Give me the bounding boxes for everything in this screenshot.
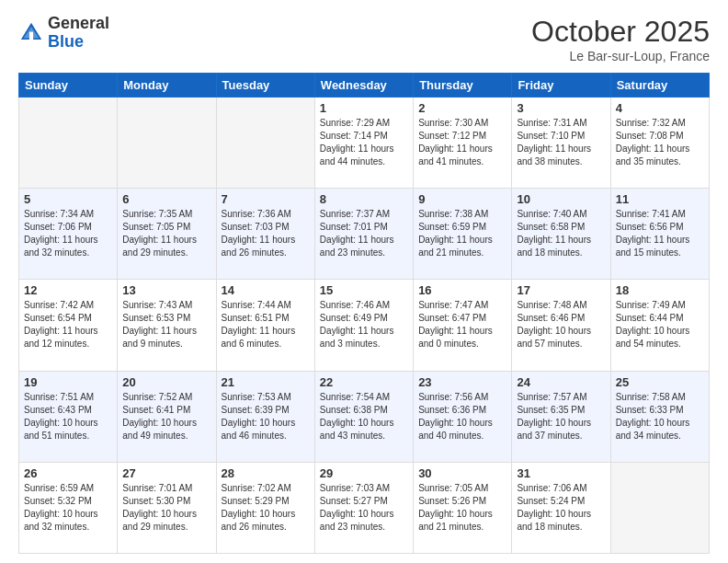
day-number: 1 [320, 101, 408, 115]
day-number: 17 [517, 283, 605, 297]
month-title: October 2025 [531, 15, 710, 49]
calendar-cell: 12Sunrise: 7:42 AM Sunset: 6:54 PM Dayli… [19, 280, 118, 371]
calendar-cell: 15Sunrise: 7:46 AM Sunset: 6:49 PM Dayli… [314, 280, 413, 371]
calendar-cell: 7Sunrise: 7:36 AM Sunset: 7:03 PM Daylig… [216, 189, 314, 280]
day-info: Sunrise: 7:58 AM Sunset: 6:33 PM Dayligh… [616, 391, 704, 442]
location: Le Bar-sur-Loup, France [531, 49, 710, 63]
calendar-cell: 4Sunrise: 7:32 AM Sunset: 7:08 PM Daylig… [610, 98, 709, 189]
day-info: Sunrise: 7:02 AM Sunset: 5:29 PM Dayligh… [222, 482, 310, 534]
calendar-week-5: 26Sunrise: 6:59 AM Sunset: 5:32 PM Dayli… [19, 462, 710, 553]
calendar-cell: 22Sunrise: 7:54 AM Sunset: 6:38 PM Dayli… [314, 371, 413, 462]
day-number: 24 [517, 375, 605, 389]
day-info: Sunrise: 7:52 AM Sunset: 6:41 PM Dayligh… [122, 391, 210, 442]
day-info: Sunrise: 7:40 AM Sunset: 6:58 PM Dayligh… [517, 208, 605, 259]
day-number: 30 [418, 466, 506, 480]
day-info: Sunrise: 7:53 AM Sunset: 6:39 PM Dayligh… [222, 391, 310, 442]
calendar-week-4: 19Sunrise: 7:51 AM Sunset: 6:43 PM Dayli… [19, 371, 710, 462]
calendar-header-row: SundayMondayTuesdayWednesdayThursdayFrid… [19, 74, 710, 98]
day-header-saturday: Saturday [610, 74, 709, 98]
calendar-week-3: 12Sunrise: 7:42 AM Sunset: 6:54 PM Dayli… [19, 280, 710, 371]
calendar-cell: 16Sunrise: 7:47 AM Sunset: 6:47 PM Dayli… [414, 280, 512, 371]
calendar-cell: 2Sunrise: 7:30 AM Sunset: 7:12 PM Daylig… [414, 98, 512, 189]
day-number: 12 [24, 283, 112, 297]
day-info: Sunrise: 7:48 AM Sunset: 6:46 PM Dayligh… [517, 299, 605, 350]
title-section: October 2025 Le Bar-sur-Loup, France [531, 15, 710, 63]
day-header-monday: Monday [118, 74, 216, 98]
header: General Blue October 2025 Le Bar-sur-Lou… [18, 15, 710, 63]
calendar-cell: 29Sunrise: 7:03 AM Sunset: 5:27 PM Dayli… [314, 462, 413, 553]
day-info: Sunrise: 7:44 AM Sunset: 6:51 PM Dayligh… [222, 299, 310, 350]
calendar-cell: 18Sunrise: 7:49 AM Sunset: 6:44 PM Dayli… [610, 280, 709, 371]
day-header-wednesday: Wednesday [314, 74, 413, 98]
calendar-cell: 27Sunrise: 7:01 AM Sunset: 5:30 PM Dayli… [118, 462, 216, 553]
calendar-cell [118, 98, 216, 189]
day-info: Sunrise: 7:29 AM Sunset: 7:14 PM Dayligh… [320, 117, 408, 168]
day-info: Sunrise: 7:05 AM Sunset: 5:26 PM Dayligh… [418, 482, 506, 534]
calendar-cell: 3Sunrise: 7:31 AM Sunset: 7:10 PM Daylig… [512, 98, 610, 189]
calendar-cell [610, 462, 709, 553]
calendar-cell: 20Sunrise: 7:52 AM Sunset: 6:41 PM Dayli… [118, 371, 216, 462]
day-info: Sunrise: 7:47 AM Sunset: 6:47 PM Dayligh… [418, 299, 506, 350]
day-number: 16 [418, 283, 506, 297]
day-number: 20 [122, 375, 210, 389]
day-info: Sunrise: 7:57 AM Sunset: 6:35 PM Dayligh… [517, 391, 605, 442]
day-info: Sunrise: 6:59 AM Sunset: 5:32 PM Dayligh… [24, 482, 112, 534]
calendar-cell: 9Sunrise: 7:38 AM Sunset: 6:59 PM Daylig… [414, 189, 512, 280]
day-number: 26 [24, 466, 112, 480]
calendar-cell: 25Sunrise: 7:58 AM Sunset: 6:33 PM Dayli… [610, 371, 709, 462]
day-number: 19 [24, 375, 112, 389]
day-info: Sunrise: 7:56 AM Sunset: 6:36 PM Dayligh… [418, 391, 506, 442]
page: General Blue October 2025 Le Bar-sur-Lou… [0, 0, 728, 563]
day-number: 3 [517, 101, 605, 115]
day-number: 28 [222, 466, 310, 480]
day-number: 21 [222, 375, 310, 389]
calendar-cell: 19Sunrise: 7:51 AM Sunset: 6:43 PM Dayli… [19, 371, 118, 462]
day-info: Sunrise: 7:01 AM Sunset: 5:30 PM Dayligh… [122, 482, 210, 534]
day-number: 8 [320, 192, 408, 206]
day-number: 10 [517, 192, 605, 206]
day-header-friday: Friday [512, 74, 610, 98]
day-info: Sunrise: 7:41 AM Sunset: 6:56 PM Dayligh… [616, 208, 704, 259]
day-info: Sunrise: 7:34 AM Sunset: 7:06 PM Dayligh… [24, 208, 112, 259]
calendar-cell: 13Sunrise: 7:43 AM Sunset: 6:53 PM Dayli… [118, 280, 216, 371]
calendar-table: SundayMondayTuesdayWednesdayThursdayFrid… [18, 73, 710, 554]
day-info: Sunrise: 7:42 AM Sunset: 6:54 PM Dayligh… [24, 299, 112, 350]
day-info: Sunrise: 7:35 AM Sunset: 7:05 PM Dayligh… [122, 208, 210, 259]
calendar-cell: 17Sunrise: 7:48 AM Sunset: 6:46 PM Dayli… [512, 280, 610, 371]
day-number: 2 [418, 101, 506, 115]
day-number: 11 [616, 192, 704, 206]
day-number: 5 [24, 192, 112, 206]
logo-text: General Blue [48, 15, 109, 52]
logo-icon [18, 20, 44, 46]
day-number: 15 [320, 283, 408, 297]
calendar-cell: 31Sunrise: 7:06 AM Sunset: 5:24 PM Dayli… [512, 462, 610, 553]
day-info: Sunrise: 7:51 AM Sunset: 6:43 PM Dayligh… [24, 391, 112, 442]
day-number: 27 [122, 466, 210, 480]
calendar-cell: 30Sunrise: 7:05 AM Sunset: 5:26 PM Dayli… [414, 462, 512, 553]
calendar-cell: 28Sunrise: 7:02 AM Sunset: 5:29 PM Dayli… [216, 462, 314, 553]
day-info: Sunrise: 7:37 AM Sunset: 7:01 PM Dayligh… [320, 208, 408, 259]
calendar-cell: 11Sunrise: 7:41 AM Sunset: 6:56 PM Dayli… [610, 189, 709, 280]
day-info: Sunrise: 7:32 AM Sunset: 7:08 PM Dayligh… [616, 117, 704, 168]
day-number: 18 [616, 283, 704, 297]
calendar-week-1: 1Sunrise: 7:29 AM Sunset: 7:14 PM Daylig… [19, 98, 710, 189]
day-number: 25 [616, 375, 704, 389]
calendar-cell: 5Sunrise: 7:34 AM Sunset: 7:06 PM Daylig… [19, 189, 118, 280]
day-number: 9 [418, 192, 506, 206]
calendar-week-2: 5Sunrise: 7:34 AM Sunset: 7:06 PM Daylig… [19, 189, 710, 280]
logo: General Blue [18, 15, 109, 52]
day-info: Sunrise: 7:38 AM Sunset: 6:59 PM Dayligh… [418, 208, 506, 259]
day-header-sunday: Sunday [19, 74, 118, 98]
day-header-thursday: Thursday [414, 74, 512, 98]
day-number: 22 [320, 375, 408, 389]
calendar-cell [19, 98, 118, 189]
svg-rect-2 [29, 31, 33, 39]
day-number: 14 [222, 283, 310, 297]
day-info: Sunrise: 7:36 AM Sunset: 7:03 PM Dayligh… [222, 208, 310, 259]
day-number: 13 [122, 283, 210, 297]
day-info: Sunrise: 7:30 AM Sunset: 7:12 PM Dayligh… [418, 117, 506, 168]
calendar-cell [216, 98, 314, 189]
calendar-cell: 6Sunrise: 7:35 AM Sunset: 7:05 PM Daylig… [118, 189, 216, 280]
calendar-cell: 1Sunrise: 7:29 AM Sunset: 7:14 PM Daylig… [314, 98, 413, 189]
calendar-cell: 24Sunrise: 7:57 AM Sunset: 6:35 PM Dayli… [512, 371, 610, 462]
